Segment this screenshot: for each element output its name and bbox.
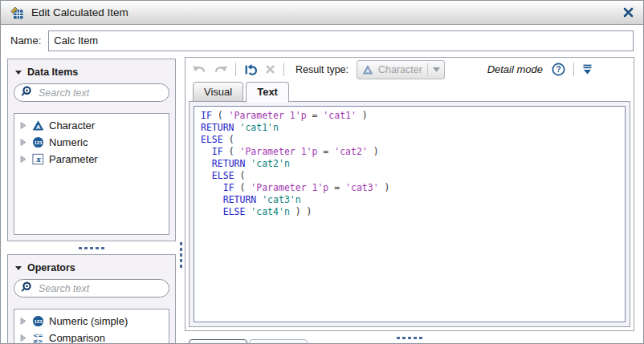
data-items-panel: Data Items ACharacter123NumericxParamete… <box>7 59 176 241</box>
operators-title: Operators <box>27 262 75 273</box>
data-items-tree: ACharacter123NumericxParameter <box>14 113 169 235</box>
collapse-caret-icon <box>15 266 22 270</box>
tab-visual[interactable]: Visual <box>193 82 243 102</box>
expression-editor-panel: Result type: A Character Detail mode ? <box>185 57 634 331</box>
toolbar-separator <box>283 63 284 76</box>
tree-item-label: Character <box>49 119 95 132</box>
code-line: RETURN 'cat1'n <box>201 122 618 134</box>
expand-arrow-icon[interactable] <box>20 156 26 163</box>
editor-toolbar: Result type: A Character Detail mode ? <box>185 58 634 81</box>
result-type-dropdown[interactable]: A Character <box>357 60 445 79</box>
code-line: IF ( 'Parameter 1'p = 'cat2' ) <box>201 146 618 158</box>
result-type-label: Result type: <box>296 64 348 75</box>
code-line: ELSE 'cat4'n ) ) <box>201 206 618 218</box>
tree-item[interactable]: ACharacter <box>14 117 169 134</box>
character-type-icon: A <box>362 64 373 75</box>
tab-text[interactable]: Text <box>246 82 289 103</box>
toolbar-separator <box>235 63 236 76</box>
dialog-title: Edit Calculated Item <box>31 6 128 18</box>
tree-item[interactable]: 123Numeric <box>14 134 169 151</box>
edit-calculated-item-dialog: Edit Calculated Item Name: Data Items <box>0 0 644 344</box>
expand-arrow-icon[interactable] <box>20 139 26 146</box>
svg-text:123: 123 <box>34 140 43 145</box>
expression-text-editor[interactable]: IF ( 'Parameter 1'p = 'cat1' )RETURN 'ca… <box>194 106 626 322</box>
svg-text:A: A <box>365 67 370 75</box>
editor-tabs: VisualText <box>193 82 291 101</box>
operators-search-input[interactable] <box>37 282 162 295</box>
tree-item-label: Numeric <box>49 136 88 148</box>
numeric-icon: 123 <box>31 136 44 148</box>
parameter-icon: x <box>31 153 44 165</box>
left-column: Data Items ACharacter123NumericxParamete… <box>7 59 176 343</box>
expand-arrow-icon[interactable] <box>20 122 26 129</box>
undo-icon[interactable] <box>192 63 207 76</box>
chevron-down-icon <box>433 67 440 72</box>
bottom-button-partial-2[interactable] <box>249 339 308 344</box>
close-icon[interactable] <box>622 6 635 19</box>
bottom-button-partial-1[interactable] <box>189 339 247 344</box>
code-line: RETURN 'cat3'n <box>201 194 618 206</box>
calculated-item-icon <box>10 6 24 19</box>
collapse-caret-icon <box>15 71 22 75</box>
code-line: IF ( 'Parameter 1'p = 'cat3' ) <box>201 182 618 194</box>
character-icon: A <box>31 119 44 132</box>
code-line: ELSE ( <box>201 170 618 182</box>
comparison-icon: <=≠> <box>31 332 44 344</box>
code-line: ELSE ( <box>201 134 618 146</box>
numeric-icon: 123 <box>31 315 44 327</box>
data-items-header[interactable]: Data Items <box>8 59 175 83</box>
operators-header[interactable]: Operators <box>8 255 175 279</box>
detail-collapse-icon[interactable] <box>581 63 593 75</box>
titlebar: Edit Calculated Item <box>1 1 643 25</box>
reset-icon[interactable] <box>243 63 259 77</box>
search-icon <box>21 86 32 100</box>
horizontal-splitter[interactable] <box>7 244 176 252</box>
dropdown-separator <box>427 63 428 76</box>
operators-panel: Operators 123Numeric (simple)<=≠>Compari… <box>7 254 176 344</box>
svg-text:123: 123 <box>34 318 43 324</box>
search-icon <box>21 281 32 296</box>
operators-tree: 123Numeric (simple)<=≠>ComparisonBoolean <box>14 309 169 344</box>
svg-text:?: ? <box>556 65 560 74</box>
tree-item[interactable]: <=≠>Comparison <box>14 330 169 344</box>
code-line: RETURN 'cat2'n <box>201 158 618 170</box>
help-icon[interactable]: ? <box>551 62 566 77</box>
vertical-splitter[interactable] <box>177 237 184 273</box>
svg-text:≠>: ≠> <box>32 338 43 344</box>
expand-arrow-icon[interactable] <box>20 334 26 342</box>
detail-mode-label: Detail mode <box>487 63 543 75</box>
data-items-title: Data Items <box>27 67 78 78</box>
svg-text:A: A <box>35 123 40 131</box>
name-input[interactable] <box>48 30 634 51</box>
name-row: Name: <box>1 25 643 56</box>
tree-item[interactable]: 123Numeric (simple) <box>14 313 169 330</box>
expand-arrow-icon[interactable] <box>20 318 26 325</box>
operators-searchbox <box>14 279 169 297</box>
code-line: IF ( 'Parameter 1'p = 'cat1' ) <box>201 110 618 122</box>
dialog-body: Data Items ACharacter123NumericxParamete… <box>1 57 643 343</box>
data-items-searchbox <box>14 83 169 102</box>
data-items-search-input[interactable] <box>37 87 162 99</box>
tree-item-label: Numeric (simple) <box>49 315 128 327</box>
tree-item[interactable]: xParameter <box>14 151 169 168</box>
result-type-value: Character <box>378 64 422 75</box>
text-tab-content: IF ( 'Parameter 1'p = 'cat1' )RETURN 'ca… <box>189 101 630 327</box>
tree-item-label: Comparison <box>49 332 105 344</box>
delete-icon[interactable] <box>264 63 276 75</box>
name-label: Name: <box>10 34 41 47</box>
tree-item-label: Parameter <box>49 153 98 165</box>
redo-icon[interactable] <box>213 63 228 76</box>
toolbar-separator <box>573 63 574 76</box>
